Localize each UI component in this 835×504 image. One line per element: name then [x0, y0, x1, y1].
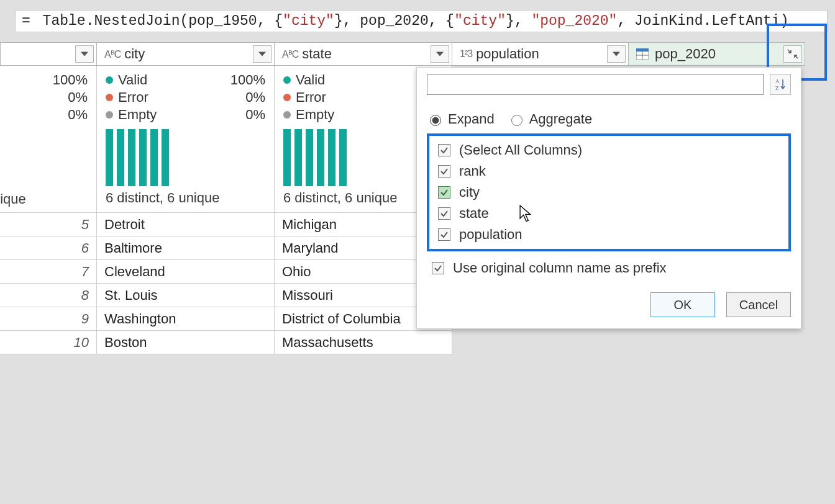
type-icon-text: AᴮC [282, 48, 298, 60]
search-input[interactable] [427, 74, 764, 95]
cell-city: Baltimore [97, 236, 275, 260]
cell-city: Detroit [97, 213, 275, 236]
sort-button[interactable]: A Z [770, 74, 791, 95]
cancel-label: Cancel [739, 298, 778, 312]
radio-aggregate[interactable]: Aggregate [508, 111, 593, 127]
formula-city1: "city" [283, 13, 334, 29]
checkbox-city[interactable]: city [433, 182, 785, 203]
distinct-text: 6 distinct, 6 unique [106, 190, 265, 206]
type-icon-number: 1²3 [460, 48, 472, 60]
formula-t3: }, [506, 13, 531, 29]
check-icon [438, 207, 450, 220]
formula-t1: Table.NestedJoin(pop_1950, { [34, 13, 283, 29]
dot-error-icon [283, 94, 291, 101]
cell-idx: 10 [0, 331, 97, 354]
cell-idx: 5 [0, 213, 97, 236]
cell-idx: 9 [0, 307, 97, 331]
checkbox-rank[interactable]: rank [433, 161, 785, 182]
valid-label: Valid [118, 72, 147, 88]
checkbox-select-all[interactable]: (Select All Columns) [433, 140, 785, 161]
column-label-state: state [302, 46, 332, 62]
type-icon-text: AᴮC [104, 48, 121, 60]
check-icon [438, 228, 450, 241]
table-icon [636, 48, 649, 60]
ok-button[interactable]: OK [650, 292, 715, 317]
cell-idx: 8 [0, 284, 97, 307]
expand-popup: A Z Expand Aggregate (Select All Columns… [416, 67, 801, 329]
error-label: Error [296, 89, 326, 106]
error-pct: 0% [68, 89, 88, 106]
dot-valid-icon [283, 76, 291, 84]
cell-state: Massachusetts [275, 331, 452, 354]
cell-idx: 6 [0, 236, 97, 260]
check-icon [438, 144, 450, 156]
error-pct: 0% [245, 89, 265, 106]
check-icon [438, 186, 450, 199]
cell-idx: 7 [0, 260, 97, 284]
valid-pct: 100% [230, 72, 265, 88]
checkbox-label: rank [459, 163, 486, 179]
check-icon [438, 165, 450, 178]
profile-rank: 100% 0% 0% nique [0, 66, 97, 213]
svg-text:A: A [775, 78, 780, 84]
valid-pct: 100% [53, 72, 88, 88]
cell-city: Cleveland [97, 260, 275, 284]
distribution-bars [106, 129, 265, 186]
radio-expand-label: Expand [448, 111, 495, 127]
valid-label: Valid [296, 72, 325, 88]
checkbox-label: population [459, 227, 522, 243]
profile-city: Valid100% Error0% Empty0% 6 distinct, 6 … [97, 66, 275, 213]
empty-label: Empty [296, 107, 334, 123]
checkbox-label: city [459, 184, 480, 200]
checkbox-state[interactable]: state [433, 203, 785, 224]
checkbox-label: state [459, 205, 489, 222]
column-header-population[interactable]: 1²3 population [452, 42, 629, 66]
cell-city: St. Louis [97, 284, 275, 307]
radio-expand[interactable]: Expand [427, 111, 495, 127]
filter-drop-city[interactable] [253, 45, 271, 63]
formula-t2: }, pop_2020, { [334, 13, 454, 29]
radio-aggregate-label: Aggregate [529, 111, 593, 127]
column-header-city[interactable]: AᴮC city [97, 42, 275, 66]
ok-label: OK [674, 298, 692, 312]
dot-empty-icon [106, 111, 113, 119]
dot-error-icon [106, 94, 113, 101]
formula-eq: = [22, 13, 30, 29]
formula-pop2020: "pop_2020" [531, 13, 617, 29]
column-label-city: city [124, 46, 145, 62]
filter-drop-state[interactable] [431, 45, 449, 63]
column-label-population: population [476, 46, 539, 62]
empty-label: Empty [118, 107, 157, 123]
formula-t4: , JoinKind.LeftAnti) [617, 13, 788, 29]
table-row[interactable]: 10 Boston Massachusetts [0, 331, 835, 354]
dot-valid-icon [106, 76, 113, 84]
error-label: Error [118, 89, 148, 106]
svg-text:Z: Z [775, 85, 779, 91]
prefix-label: Use original column name as prefix [453, 260, 667, 276]
empty-pct: 0% [245, 107, 265, 123]
cancel-button[interactable]: Cancel [726, 292, 791, 317]
columns-selection: (Select All Columns) rank city state pop… [427, 133, 791, 251]
filter-drop-population[interactable] [607, 45, 626, 63]
cell-city: Boston [97, 331, 275, 354]
empty-pct: 0% [68, 107, 88, 123]
filter-drop-rank[interactable] [75, 45, 94, 63]
formula-city2: "city" [454, 13, 506, 29]
distinct-text: nique [0, 191, 88, 207]
select-all-label: (Select All Columns) [459, 142, 582, 158]
dot-empty-icon [283, 111, 291, 119]
checkbox-population[interactable]: population [433, 224, 785, 245]
column-header-pop2020[interactable]: pop_2020 [629, 42, 805, 66]
check-icon [432, 262, 444, 274]
expand-button[interactable] [783, 45, 802, 63]
cell-city: Washington [97, 307, 275, 331]
formula-bar[interactable]: = Table.NestedJoin(pop_1950, { "city" },… [15, 10, 828, 32]
column-label-pop2020: pop_2020 [655, 46, 716, 62]
column-header-state[interactable]: AᴮC state [275, 42, 452, 66]
checkbox-prefix[interactable]: Use original column name as prefix [427, 260, 791, 276]
column-headers: AᴮC city AᴮC state 1²3 population pop_20… [0, 42, 835, 66]
column-header-rank[interactable] [0, 42, 97, 66]
